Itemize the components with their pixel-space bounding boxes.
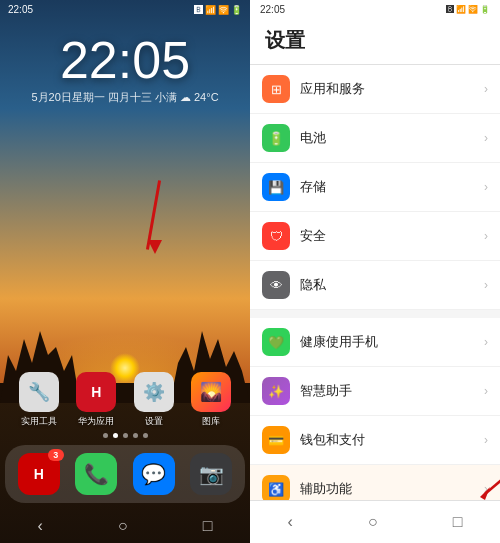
health-settings-icon: 💚 [262, 328, 290, 356]
assistant-settings-icon: ✨ [262, 377, 290, 405]
wifi-icon: 🛜 [218, 5, 229, 15]
chevron-right-icon-4: › [484, 229, 488, 243]
settings-list: ⊞ 应用和服务 › 🔋 电池 › 💾 存储 › 🛡 安全 [250, 65, 500, 500]
right-recents-button[interactable]: □ [438, 509, 478, 535]
right-home-button[interactable]: ○ [353, 509, 393, 535]
storage-settings-icon: 💾 [262, 173, 290, 201]
dock-phone[interactable]: 📞 [75, 453, 117, 495]
right-bluetooth-icon: 🅱 [446, 5, 454, 14]
settings-item-accessibility[interactable]: ♿ 辅助功能 › [250, 465, 500, 500]
list-item[interactable]: 🔧 实用工具 [19, 372, 59, 428]
right-status-time: 22:05 [260, 4, 285, 15]
signal-icon: 📶 [205, 5, 216, 15]
home-button[interactable]: ○ [118, 517, 128, 535]
app-label-settings: 设置 [145, 415, 163, 428]
settings-item-privacy[interactable]: 👁 隐私 › [250, 261, 500, 310]
right-bottom-nav: ‹ ○ □ [250, 500, 500, 543]
dot-3 [123, 433, 128, 438]
settings-title: 设置 [250, 19, 500, 65]
wallet-settings-icon: 💳 [262, 426, 290, 454]
app-label-gallery: 图库 [202, 415, 220, 428]
chevron-right-icon-2: › [484, 131, 488, 145]
list-item[interactable]: ⚙️ 设置 [134, 372, 174, 428]
right-signal-icon: 📶 [456, 5, 466, 14]
settings-item-apps[interactable]: ⊞ 应用和服务 › [250, 65, 500, 114]
list-item[interactable]: 🌄 图库 [191, 372, 231, 428]
app-label-tools: 实用工具 [21, 415, 57, 428]
settings-item-storage[interactable]: 💾 存储 › [250, 163, 500, 212]
battery-icon: 🔋 [231, 5, 242, 15]
dot-2 [113, 433, 118, 438]
settings-item-security[interactable]: 🛡 安全 › [250, 212, 500, 261]
privacy-label: 隐私 [300, 276, 484, 294]
left-status-bar: 22:05 🅱 📶 🛜 🔋 [0, 0, 250, 19]
svg-marker-1 [480, 487, 490, 500]
chevron-right-icon-8: › [484, 433, 488, 447]
left-panel: 22:05 🅱 📶 🛜 🔋 22:05 5月20日星期一 四月十三 小满 ☁ 2… [0, 0, 250, 543]
left-status-time: 22:05 [8, 4, 33, 15]
wallet-label: 钱包和支付 [300, 431, 484, 449]
app-icon-gallery[interactable]: 🌄 [191, 372, 231, 412]
recents-button[interactable]: □ [203, 517, 213, 535]
settings-item-battery[interactable]: 🔋 电池 › [250, 114, 500, 163]
battery-label: 电池 [300, 129, 484, 147]
security-label: 安全 [300, 227, 484, 245]
battery-settings-icon: 🔋 [262, 124, 290, 152]
right-status-bar: 22:05 🅱 📶 🛜 🔋 [250, 0, 500, 19]
right-battery-icon: 🔋 [480, 5, 490, 14]
left-clock: 22:05 [0, 30, 250, 90]
accessibility-settings-icon: ♿ [262, 475, 290, 500]
back-button[interactable]: ‹ [38, 517, 43, 535]
bottom-dock: H 3 📞 💬 📷 [5, 445, 245, 503]
dot-1 [103, 433, 108, 438]
dock-message[interactable]: 💬 [133, 453, 175, 495]
dot-5 [143, 433, 148, 438]
apps-services-icon: ⊞ [262, 75, 290, 103]
right-back-button[interactable]: ‹ [273, 509, 308, 535]
app-label-huawei: 华为应用 [78, 415, 114, 428]
privacy-settings-icon: 👁 [262, 271, 290, 299]
settings-item-health[interactable]: 💚 健康使用手机 › [250, 318, 500, 367]
chevron-right-icon-6: › [484, 335, 488, 349]
left-status-icons: 🅱 📶 🛜 🔋 [194, 5, 242, 15]
list-item[interactable]: H 华为应用 [76, 372, 116, 428]
storage-label: 存储 [300, 178, 484, 196]
bluetooth-icon: 🅱 [194, 5, 203, 15]
chevron-right-icon: › [484, 82, 488, 96]
red-arrow-svg [455, 472, 500, 500]
app-grid: 🔧 实用工具 H 华为应用 ⚙️ 设置 🌄 图库 [0, 372, 250, 428]
right-wifi-icon: 🛜 [468, 5, 478, 14]
health-label: 健康使用手机 [300, 333, 484, 351]
settings-item-wallet[interactable]: 💳 钱包和支付 › [250, 416, 500, 465]
chevron-right-icon-7: › [484, 384, 488, 398]
assistant-label: 智慧助手 [300, 382, 484, 400]
dock-huawei[interactable]: H 3 [18, 453, 60, 495]
badge-count: 3 [48, 449, 64, 461]
right-panel: 22:05 🅱 📶 🛜 🔋 设置 ⊞ 应用和服务 › 🔋 电池 › [250, 0, 500, 543]
settings-item-assistant[interactable]: ✨ 智慧助手 › [250, 367, 500, 416]
app-icon-settings[interactable]: ⚙️ [134, 372, 174, 412]
chevron-right-icon-5: › [484, 278, 488, 292]
right-status-icons: 🅱 📶 🛜 🔋 [446, 5, 490, 14]
app-icon-tools[interactable]: 🔧 [19, 372, 59, 412]
left-bottom-nav: ‹ ○ □ [0, 517, 250, 535]
page-dots [0, 433, 250, 438]
chevron-right-icon-3: › [484, 180, 488, 194]
section-divider-1 [250, 310, 500, 318]
app-icon-huawei[interactable]: H [76, 372, 116, 412]
left-date: 5月20日星期一 四月十三 小满 ☁ 24°C [0, 90, 250, 105]
accessibility-arrow [455, 472, 500, 500]
apps-services-label: 应用和服务 [300, 80, 484, 98]
dock-camera[interactable]: 📷 [190, 453, 232, 495]
security-settings-icon: 🛡 [262, 222, 290, 250]
dot-4 [133, 433, 138, 438]
